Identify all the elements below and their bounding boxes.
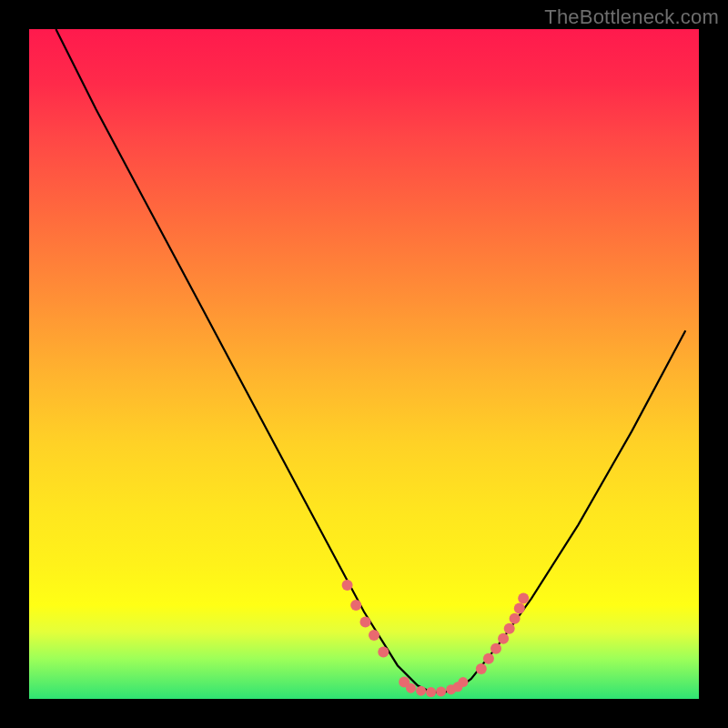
- curve-dot: [458, 677, 468, 687]
- curve-dot: [350, 600, 361, 611]
- plot-area: [29, 29, 699, 699]
- curve-dot: [476, 663, 487, 674]
- curve-dot: [369, 630, 379, 641]
- curve-dot: [518, 593, 529, 604]
- chart-frame: TheBottleneck.com: [0, 0, 728, 728]
- curve-dot: [416, 686, 426, 696]
- curve-dot: [504, 623, 515, 634]
- curve-dot: [360, 616, 371, 627]
- curve-dots-left: [342, 580, 410, 688]
- bottleneck-curve-svg: [29, 29, 699, 699]
- curve-dot: [436, 686, 446, 696]
- curve-dot: [406, 683, 416, 693]
- curve-dot: [514, 603, 525, 614]
- curve-dot: [378, 647, 389, 658]
- curve-dot: [483, 653, 494, 664]
- curve-dot: [342, 580, 353, 591]
- watermark-text: TheBottleneck.com: [544, 5, 719, 29]
- curve-dot: [510, 613, 521, 624]
- bottleneck-curve: [56, 29, 685, 693]
- curve-dot: [490, 643, 501, 654]
- curve-dot: [498, 633, 509, 644]
- curve-dots-valley: [406, 677, 468, 697]
- curve-dot: [426, 687, 436, 697]
